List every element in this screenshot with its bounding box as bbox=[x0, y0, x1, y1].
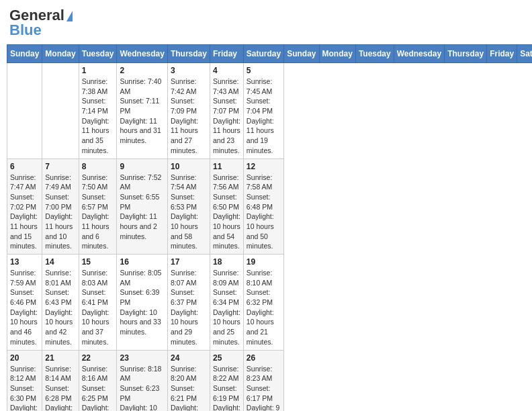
calendar-cell bbox=[7, 63, 42, 159]
calendar-cell: 8Sunrise: 7:50 AM Sunset: 6:57 PM Daylig… bbox=[79, 158, 117, 255]
calendar-cell: 10Sunrise: 7:54 AM Sunset: 6:53 PM Dayli… bbox=[167, 158, 210, 255]
day-of-week-header: Sunday bbox=[7, 45, 42, 63]
day-info: Sunrise: 8:01 AM Sunset: 6:43 PM Dayligh… bbox=[45, 268, 75, 347]
day-info: Sunrise: 7:40 AM Sunset: 7:11 PM Dayligh… bbox=[120, 77, 164, 146]
day-of-week-header: Tuesday bbox=[79, 45, 117, 63]
day-of-week-header: Thursday bbox=[445, 45, 487, 63]
calendar-cell: 23Sunrise: 8:18 AM Sunset: 6:23 PM Dayli… bbox=[117, 350, 167, 411]
day-of-week-header: Saturday bbox=[517, 45, 532, 63]
calendar-cell: 25Sunrise: 8:22 AM Sunset: 6:19 PM Dayli… bbox=[210, 350, 243, 411]
day-of-week-header: Friday bbox=[487, 45, 517, 63]
day-number: 4 bbox=[213, 66, 240, 75]
calendar-cell: 18Sunrise: 8:09 AM Sunset: 6:34 PM Dayli… bbox=[210, 255, 243, 351]
day-info: Sunrise: 8:12 AM Sunset: 6:30 PM Dayligh… bbox=[10, 364, 39, 412]
day-info: Sunrise: 8:20 AM Sunset: 6:21 PM Dayligh… bbox=[171, 364, 207, 412]
calendar-cell: 13Sunrise: 7:59 AM Sunset: 6:46 PM Dayli… bbox=[7, 255, 42, 351]
day-info: Sunrise: 8:16 AM Sunset: 6:25 PM Dayligh… bbox=[82, 364, 114, 412]
day-number: 17 bbox=[171, 257, 207, 267]
day-info: Sunrise: 8:05 AM Sunset: 6:39 PM Dayligh… bbox=[120, 268, 164, 337]
day-number: 2 bbox=[120, 66, 164, 75]
calendar-cell: 19Sunrise: 8:10 AM Sunset: 6:32 PM Dayli… bbox=[243, 255, 283, 351]
calendar-cell: 7Sunrise: 7:49 AM Sunset: 7:00 PM Daylig… bbox=[42, 158, 79, 255]
day-number: 10 bbox=[171, 162, 207, 171]
calendar-cell: 6Sunrise: 7:47 AM Sunset: 7:02 PM Daylig… bbox=[7, 158, 42, 255]
day-of-week-header: Sunday bbox=[284, 45, 319, 63]
day-number: 23 bbox=[120, 353, 164, 363]
day-info: Sunrise: 8:09 AM Sunset: 6:34 PM Dayligh… bbox=[213, 268, 240, 347]
logo: General Blue bbox=[9, 7, 73, 39]
day-number: 18 bbox=[213, 257, 240, 267]
day-of-week-header: Thursday bbox=[167, 45, 210, 63]
day-number: 8 bbox=[82, 162, 114, 171]
day-of-week-header: Wednesday bbox=[394, 45, 444, 63]
day-of-week-header: Tuesday bbox=[355, 45, 394, 63]
day-number: 20 bbox=[10, 353, 39, 363]
calendar-header-row: SundayMondayTuesdayWednesdayThursdayFrid… bbox=[7, 45, 533, 63]
day-number: 14 bbox=[45, 257, 75, 267]
day-number: 12 bbox=[247, 162, 281, 171]
day-of-week-header: Monday bbox=[42, 45, 79, 63]
calendar-week-row: 20Sunrise: 8:12 AM Sunset: 6:30 PM Dayli… bbox=[7, 350, 533, 411]
calendar-cell: 4Sunrise: 7:43 AM Sunset: 7:07 PM Daylig… bbox=[210, 63, 243, 159]
day-of-week-header: Saturday bbox=[243, 45, 283, 63]
day-info: Sunrise: 7:49 AM Sunset: 7:00 PM Dayligh… bbox=[45, 173, 75, 252]
day-info: Sunrise: 7:43 AM Sunset: 7:07 PM Dayligh… bbox=[213, 77, 240, 156]
calendar-table: SundayMondayTuesdayWednesdayThursdayFrid… bbox=[7, 44, 532, 411]
day-info: Sunrise: 7:47 AM Sunset: 7:02 PM Dayligh… bbox=[10, 173, 39, 252]
day-info: Sunrise: 7:45 AM Sunset: 7:04 PM Dayligh… bbox=[247, 77, 281, 156]
day-of-week-header: Wednesday bbox=[117, 45, 167, 63]
day-number: 22 bbox=[82, 353, 114, 363]
day-info: Sunrise: 7:42 AM Sunset: 7:09 PM Dayligh… bbox=[171, 77, 207, 156]
day-info: Sunrise: 7:59 AM Sunset: 6:46 PM Dayligh… bbox=[10, 268, 39, 347]
day-info: Sunrise: 7:54 AM Sunset: 6:53 PM Dayligh… bbox=[171, 173, 207, 252]
calendar-cell: 5Sunrise: 7:45 AM Sunset: 7:04 PM Daylig… bbox=[243, 63, 283, 159]
calendar-cell bbox=[42, 63, 79, 159]
day-number: 6 bbox=[10, 162, 39, 171]
day-info: Sunrise: 8:14 AM Sunset: 6:28 PM Dayligh… bbox=[45, 364, 75, 412]
calendar-week-row: 6Sunrise: 7:47 AM Sunset: 7:02 PM Daylig… bbox=[7, 158, 533, 255]
day-info: Sunrise: 7:38 AM Sunset: 7:14 PM Dayligh… bbox=[82, 77, 114, 156]
day-of-week-header: Friday bbox=[210, 45, 243, 63]
calendar-cell: 9Sunrise: 7:52 AM Sunset: 6:55 PM Daylig… bbox=[117, 158, 167, 255]
day-info: Sunrise: 7:56 AM Sunset: 6:50 PM Dayligh… bbox=[213, 173, 240, 252]
calendar-cell: 1Sunrise: 7:38 AM Sunset: 7:14 PM Daylig… bbox=[79, 63, 117, 159]
day-info: Sunrise: 8:07 AM Sunset: 6:37 PM Dayligh… bbox=[171, 268, 207, 347]
calendar-cell: 14Sunrise: 8:01 AM Sunset: 6:43 PM Dayli… bbox=[42, 255, 79, 351]
day-number: 15 bbox=[82, 257, 114, 267]
calendar-cell: 24Sunrise: 8:20 AM Sunset: 6:21 PM Dayli… bbox=[167, 350, 210, 411]
calendar-cell: 16Sunrise: 8:05 AM Sunset: 6:39 PM Dayli… bbox=[117, 255, 167, 351]
page-header: General Blue bbox=[7, 7, 525, 39]
day-number: 7 bbox=[45, 162, 75, 171]
calendar-cell: 22Sunrise: 8:16 AM Sunset: 6:25 PM Dayli… bbox=[79, 350, 117, 411]
calendar-cell: 26Sunrise: 8:23 AM Sunset: 6:17 PM Dayli… bbox=[243, 350, 283, 411]
day-info: Sunrise: 8:23 AM Sunset: 6:17 PM Dayligh… bbox=[247, 364, 281, 412]
day-info: Sunrise: 8:10 AM Sunset: 6:32 PM Dayligh… bbox=[247, 268, 281, 347]
day-number: 25 bbox=[213, 353, 240, 363]
day-number: 13 bbox=[10, 257, 39, 267]
day-of-week-header: Monday bbox=[319, 45, 355, 63]
day-number: 9 bbox=[120, 162, 164, 171]
calendar-cell: 3Sunrise: 7:42 AM Sunset: 7:09 PM Daylig… bbox=[167, 63, 210, 159]
logo-blue: Blue bbox=[9, 21, 42, 39]
calendar-week-row: 13Sunrise: 7:59 AM Sunset: 6:46 PM Dayli… bbox=[7, 255, 533, 351]
day-info: Sunrise: 8:22 AM Sunset: 6:19 PM Dayligh… bbox=[213, 364, 240, 412]
day-info: Sunrise: 7:58 AM Sunset: 6:48 PM Dayligh… bbox=[247, 173, 281, 252]
day-number: 24 bbox=[171, 353, 207, 363]
day-number: 3 bbox=[171, 66, 207, 75]
calendar-cell: 11Sunrise: 7:56 AM Sunset: 6:50 PM Dayli… bbox=[210, 158, 243, 255]
calendar-cell: 21Sunrise: 8:14 AM Sunset: 6:28 PM Dayli… bbox=[42, 350, 79, 411]
day-number: 11 bbox=[213, 162, 240, 171]
day-info: Sunrise: 7:50 AM Sunset: 6:57 PM Dayligh… bbox=[82, 173, 114, 252]
calendar-week-row: 1Sunrise: 7:38 AM Sunset: 7:14 PM Daylig… bbox=[7, 63, 533, 159]
day-info: Sunrise: 7:52 AM Sunset: 6:55 PM Dayligh… bbox=[120, 173, 164, 242]
logo-triangle-icon bbox=[66, 11, 73, 21]
day-info: Sunrise: 8:18 AM Sunset: 6:23 PM Dayligh… bbox=[120, 364, 164, 412]
calendar-cell: 15Sunrise: 8:03 AM Sunset: 6:41 PM Dayli… bbox=[79, 255, 117, 351]
calendar-cell: 12Sunrise: 7:58 AM Sunset: 6:48 PM Dayli… bbox=[243, 158, 283, 255]
day-number: 5 bbox=[247, 66, 281, 75]
day-number: 16 bbox=[120, 257, 164, 267]
day-info: Sunrise: 8:03 AM Sunset: 6:41 PM Dayligh… bbox=[82, 268, 114, 347]
calendar-cell: 2Sunrise: 7:40 AM Sunset: 7:11 PM Daylig… bbox=[117, 63, 167, 159]
calendar-cell: 20Sunrise: 8:12 AM Sunset: 6:30 PM Dayli… bbox=[7, 350, 42, 411]
day-number: 26 bbox=[247, 353, 281, 363]
